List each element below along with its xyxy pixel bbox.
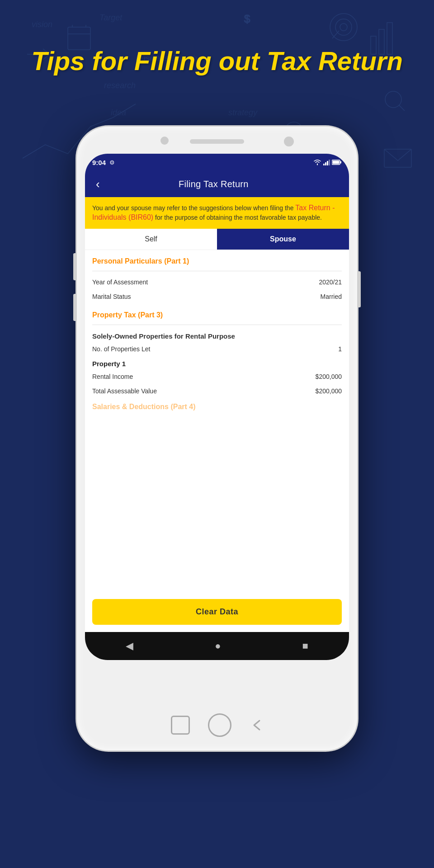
section-title-salaries-partial: Salaries & Deductions (Part 4) [92,403,342,411]
phone-device: 9:04 ⚙ [77,127,357,750]
nav-home-button[interactable]: ● [215,640,221,652]
value-num-properties: 1 [338,345,342,353]
svg-rect-23 [384,149,411,167]
subsection-solely-owned: Solely-Owned Properties for Rental Purpo… [85,329,349,342]
nav-bar: ◀ ● ■ [85,632,349,660]
power-button [357,271,361,307]
value-rental-income: $200,000 [316,373,342,380]
svg-point-2 [340,24,347,31]
divider-1 [92,271,342,271]
value-marital-status: Married [321,293,342,300]
camera-right [284,137,294,146]
clear-btn-wrapper: Clear Data [85,594,349,632]
label-num-properties: No. of Properties Let [92,345,150,353]
back-button[interactable]: ‹ [92,176,104,192]
signal-icon [323,159,330,165]
physical-recents-btn [171,716,190,735]
divider-2 [92,325,342,325]
volume-up-button [73,253,77,280]
info-banner-text-before: You and your spouse may refer to the sug… [92,204,295,212]
label-total-assessable: Total Assessable Value [92,387,157,395]
screen-content: 9:04 ⚙ [85,154,349,660]
svg-text:idea: idea [111,108,126,117]
app-bar-title: Filing Tax Return [104,179,324,189]
value-total-assessable: $200,000 [316,387,342,395]
tab-spouse[interactable]: Spouse [217,229,349,250]
tab-self[interactable]: Self [85,229,217,250]
svg-text:vision: vision [32,20,52,29]
row-num-properties: No. of Properties Let 1 [85,342,349,356]
status-time: 9:04 [92,159,106,166]
svg-line-16 [399,105,405,111]
row-total-assessable: Total Assessable Value $200,000 [85,384,349,398]
nav-recents-button[interactable]: ■ [302,640,308,652]
volume-down-button [73,294,77,321]
section-property-tax: Property Tax (Part 3) [85,304,349,321]
svg-text:research: research [104,81,136,90]
nav-back-button[interactable]: ◀ [126,640,133,652]
section-personal-particulars: Personal Particulars (Part 1) [85,250,349,267]
info-banner: You and your spouse may refer to the sug… [85,197,349,229]
svg-text:$: $ [244,13,250,25]
camera-left [160,137,169,145]
value-year-of-assessment: 2020/21 [319,278,342,286]
info-banner-text-after: for the purpose of obtaining the most fa… [153,214,322,221]
property-1-title: Property 1 [85,356,349,369]
status-bar: 9:04 ⚙ [85,154,349,171]
label-rental-income: Rental Income [92,373,133,380]
tab-bar: Self Spouse [85,229,349,250]
section-title-property: Property Tax (Part 3) [92,311,342,319]
row-marital-status: Marital Status Married [85,289,349,304]
svg-point-1 [335,19,352,35]
row-rental-income: Rental Income $200,000 [85,369,349,384]
label-marital-status: Marital Status [92,293,131,300]
svg-line-3 [332,31,339,38]
phone-screen: 9:04 ⚙ [85,154,349,660]
physical-back-btn [250,718,263,732]
gear-icon: ⚙ [109,159,115,166]
section-title-personal: Personal Particulars (Part 1) [92,257,342,265]
battery-icon [332,160,342,165]
content-area: Personal Particulars (Part 1) Year of As… [85,250,349,594]
app-bar: ‹ Filing Tax Return [85,171,349,197]
svg-text:Target: Target [99,13,123,22]
svg-rect-34 [333,161,340,164]
label-year-of-assessment: Year of Assessment [92,278,148,286]
status-right-icons [313,159,342,165]
physical-home-btn [208,713,231,737]
row-year-of-assessment: Year of Assessment 2020/21 [85,275,349,289]
page-title: Tips for Filling out Tax Return [0,45,434,77]
section-salaries-partial: Salaries & Deductions (Part 4) [85,398,349,415]
clear-data-button[interactable]: Clear Data [92,599,342,625]
svg-text:strategy: strategy [228,108,258,117]
svg-rect-33 [340,161,342,164]
wifi-icon [313,159,321,165]
phone-speaker [190,139,244,144]
physical-nav [171,713,263,737]
